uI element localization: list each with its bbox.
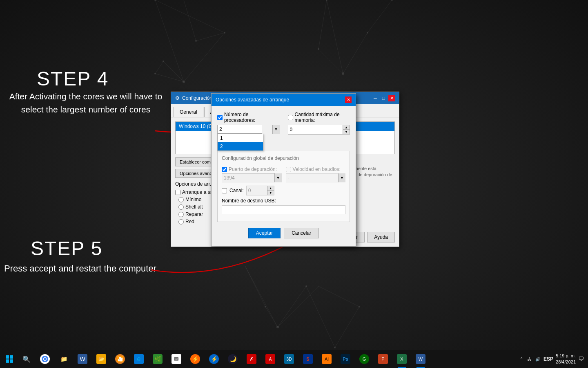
taskbar-icon-word[interactable]: W <box>74 350 91 368</box>
canal-input[interactable] <box>247 186 267 195</box>
svg-point-35 <box>359 306 360 307</box>
num-processors-select[interactable]: 1 2 <box>217 125 262 134</box>
max-memory-spin: ▲ ▼ <box>343 125 350 134</box>
minimo-radio[interactable] <box>178 197 184 202</box>
solidworks-icon: S <box>303 354 313 364</box>
red-radio[interactable] <box>178 219 184 224</box>
svg-line-18 <box>278 286 318 327</box>
tab-general[interactable]: General <box>174 107 203 117</box>
taskbar-icon-word2[interactable]: W <box>412 350 430 368</box>
taskbar-icon-orange[interactable]: ⚡ <box>186 350 204 368</box>
max-memory-checkbox[interactable] <box>288 115 293 120</box>
orange-app-icon: ⚡ <box>190 354 200 364</box>
max-memory-spin-down[interactable]: ▼ <box>343 130 350 134</box>
svg-line-7 <box>163 61 184 82</box>
taskbar-icon-solidworks[interactable]: S <box>299 350 317 368</box>
taskbar-icon-gmail[interactable]: ✉ <box>167 350 185 368</box>
adv-close-button[interactable]: ✕ <box>345 96 352 103</box>
svg-point-34 <box>334 347 336 348</box>
green-app-icon: 🌿 <box>153 354 163 364</box>
clock-date: 28/4/2021 <box>556 359 576 365</box>
close-button[interactable]: ✕ <box>388 95 395 101</box>
canal-row: Canal: ▲ ▼ <box>222 186 345 195</box>
powerpoint-icon: P <box>378 354 388 364</box>
canal-label: Canal: <box>229 188 244 193</box>
usb-name-input[interactable] <box>222 205 345 214</box>
lightning-icon: ⚡ <box>209 354 219 364</box>
reparar-radio[interactable] <box>178 212 184 217</box>
puerto-select[interactable]: 1394 <box>222 173 282 182</box>
taskbar-icon-moon[interactable]: 🌙 <box>224 350 242 368</box>
taskbar-icon-illustrator[interactable]: Ai <box>318 350 336 368</box>
edge-icon: e <box>134 354 144 364</box>
taskbar-icon-vlc[interactable]: 🎦 <box>111 350 129 368</box>
minimize-button[interactable]: ─ <box>372 95 379 101</box>
tray-volume-icon[interactable]: 🔊 <box>535 356 541 362</box>
svg-point-25 <box>195 40 197 42</box>
max-memory-input[interactable] <box>288 125 343 134</box>
3ds-icon: 3D <box>284 354 294 364</box>
svg-line-8 <box>327 0 343 74</box>
svg-line-4 <box>184 0 196 41</box>
canal-spin-up[interactable]: ▲ <box>267 186 274 191</box>
window-controls: ─ □ ✕ <box>372 95 395 101</box>
reparar-label: Reparar <box>185 211 203 217</box>
taskbar-icon-green2[interactable]: G <box>355 350 373 368</box>
taskbar-icon-photoshop[interactable]: Ps <box>336 350 354 368</box>
tray-network-icon[interactable]: 🖧 <box>526 356 533 362</box>
green2-icon: G <box>359 354 369 364</box>
taskbar-icon-autocad[interactable]: A <box>261 350 279 368</box>
taskbar-icon-edge[interactable]: e <box>130 350 148 368</box>
taskbar-icon-red-x[interactable]: ✗ <box>243 350 261 368</box>
step4-description: After Activating the cores we will have … <box>8 90 163 116</box>
svg-point-21 <box>154 0 156 1</box>
shell-radio[interactable] <box>178 204 184 210</box>
taskbar-icon-3ds[interactable]: 3D <box>280 350 298 368</box>
num-processors-checkbox[interactable] <box>217 115 223 120</box>
canal-spin-down[interactable]: ▼ <box>267 191 274 195</box>
system-tray: ^ 🖧 🔊 <box>518 356 541 362</box>
step5-label: STEP 5 <box>31 237 103 260</box>
maximize-button[interactable]: □ <box>380 95 387 101</box>
debug-config-label: Configuración global de depuración <box>222 155 345 163</box>
velocidad-checkbox[interactable] <box>286 167 291 172</box>
minimo-label: Mínimo <box>185 197 201 202</box>
explorer-icon: 📂 <box>96 354 106 364</box>
arranque-checkbox[interactable] <box>175 190 180 195</box>
folder-icon: 📁 <box>59 354 69 364</box>
svg-line-2 <box>155 0 225 33</box>
velocidad-select[interactable]: - <box>286 173 346 182</box>
svg-line-13 <box>245 266 278 327</box>
taskbar-icon-lightning[interactable]: ⚡ <box>205 350 223 368</box>
processors-dropdown-list: 1 2 <box>217 134 263 151</box>
taskbar-icon-powerpoint[interactable]: P <box>374 350 392 368</box>
word-icon: W <box>78 354 87 364</box>
taskbar-icon-explorer[interactable]: 📂 <box>92 350 110 368</box>
processor-option-2[interactable]: 2 <box>218 142 263 150</box>
language-indicator[interactable]: ESP <box>543 356 553 362</box>
chrome-icon <box>40 354 50 364</box>
taskbar-icon-green[interactable]: 🌿 <box>149 350 167 368</box>
taskbar-search[interactable]: 🔍 <box>19 351 34 367</box>
vlc-icon: 🎦 <box>115 354 125 364</box>
ayuda-config-btn[interactable]: Ayuda <box>367 232 395 242</box>
processor-option-1[interactable]: 1 <box>218 134 263 142</box>
svg-point-26 <box>163 61 164 62</box>
taskbar-icon-chrome[interactable] <box>36 350 54 368</box>
puerto-checkbox[interactable] <box>222 167 227 172</box>
adv-dialog-title: Opciones avanzadas de arranque <box>216 97 289 103</box>
canal-checkbox[interactable] <box>222 188 227 193</box>
tray-arrow-icon[interactable]: ^ <box>518 356 525 362</box>
system-clock[interactable]: 5:19 p. m. 28/4/2021 <box>556 353 576 366</box>
start-button[interactable] <box>0 350 19 368</box>
taskbar-icon-excel[interactable]: X <box>393 350 411 368</box>
gmail-icon: ✉ <box>172 354 181 364</box>
autocad-icon: A <box>265 354 275 364</box>
taskbar-icon-folder[interactable]: 📁 <box>55 350 73 368</box>
svg-line-16 <box>335 307 359 348</box>
cancelar-btn[interactable]: Cancelar <box>284 228 319 238</box>
aceptar-btn[interactable]: Aceptar <box>248 228 281 238</box>
max-memory-spin-up[interactable]: ▲ <box>343 125 350 130</box>
svg-point-28 <box>342 72 344 75</box>
notification-icon[interactable]: 🗨 <box>578 356 584 362</box>
